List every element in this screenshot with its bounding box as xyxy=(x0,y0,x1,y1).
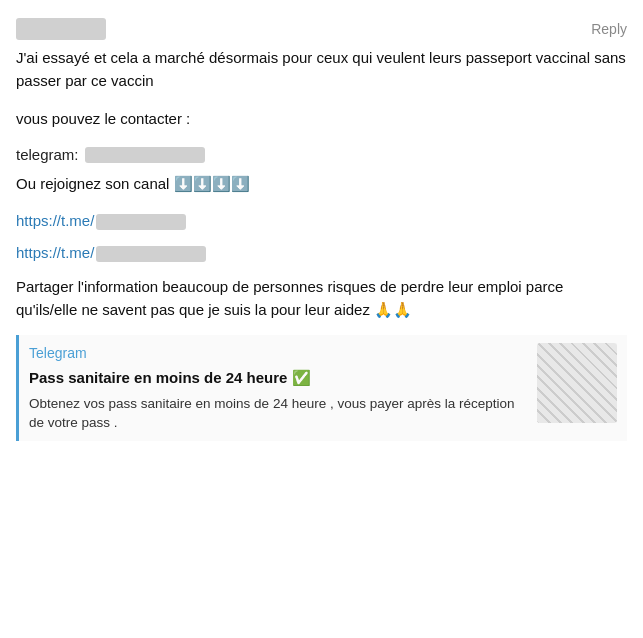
reply-button[interactable]: Reply xyxy=(591,19,627,40)
preview-image xyxy=(537,343,617,423)
preview-card[interactable]: Telegram Pass sanitaire en moins de 24 h… xyxy=(16,335,627,441)
preview-description: Obtenez vos pass sanitaire en moins de 2… xyxy=(29,394,527,433)
canal-label: Ou rejoignez son canal xyxy=(16,175,169,192)
link-1-line: https://t.me/ xyxy=(16,210,627,233)
link-2-prefix: https://t.me/ xyxy=(16,244,94,261)
link-2-redacted xyxy=(96,246,206,262)
link-2-line: https://t.me/ xyxy=(16,242,627,265)
telegram-username-redacted xyxy=(85,147,205,163)
canal-text: Ou rejoignez son canal ⬇️⬇️⬇️⬇️ xyxy=(16,172,627,195)
preview-title: Pass sanitaire en moins de 24 heure ✅ xyxy=(29,367,527,390)
link-2[interactable]: https://t.me/ xyxy=(16,244,206,261)
preview-source: Telegram xyxy=(29,343,527,364)
telegram-field: telegram: xyxy=(16,144,627,167)
telegram-label: telegram: xyxy=(16,144,79,167)
link-1-redacted xyxy=(96,214,186,230)
link-1[interactable]: https://t.me/ xyxy=(16,212,186,229)
link-1-prefix: https://t.me/ xyxy=(16,212,94,229)
preview-content: Telegram Pass sanitaire en moins de 24 h… xyxy=(29,343,527,433)
post-text-1: J'ai essayé et cela a marché désormais p… xyxy=(16,46,627,93)
post-text-2: vous pouvez le contacter : xyxy=(16,107,627,130)
avatar xyxy=(16,18,106,40)
post-header: Reply xyxy=(16,18,627,40)
post: Reply J'ai essayé et cela a marché désor… xyxy=(16,10,627,449)
canal-emoji: ⬇️⬇️⬇️⬇️ xyxy=(174,175,250,192)
preview-image-texture xyxy=(537,343,617,423)
post-text-3: Partager l'information beaucoup de perso… xyxy=(16,275,627,322)
